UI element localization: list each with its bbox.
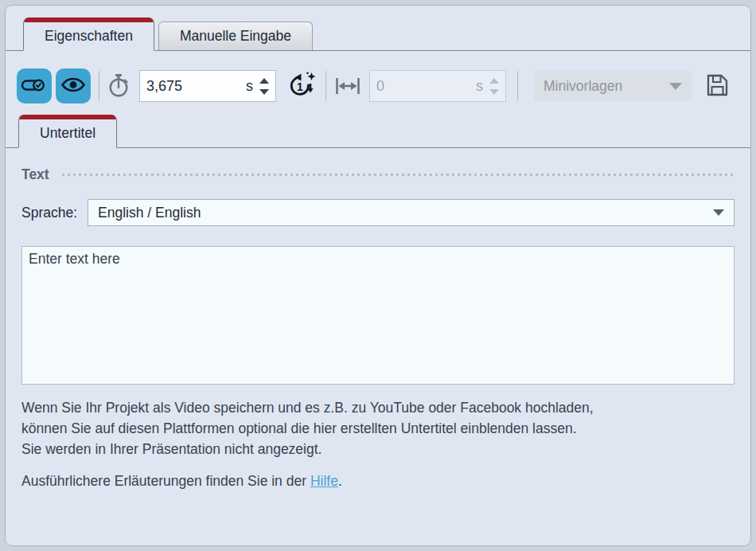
subtitle-content: Text Sprache: English / English Enter te… bbox=[6, 166, 750, 490]
subtitle-text-area[interactable]: Enter text here bbox=[21, 246, 735, 385]
help-line: Ausführlichere Erläuterungen finden Sie … bbox=[21, 473, 735, 490]
svg-text:1: 1 bbox=[297, 80, 303, 93]
duration-spin-down[interactable] bbox=[259, 89, 269, 95]
help-link[interactable]: Hilfe bbox=[310, 473, 338, 489]
info-paragraph: Wenn Sie Ihr Projekt als Video speichern… bbox=[21, 397, 735, 459]
pause-spin-up bbox=[489, 78, 499, 84]
help-prefix: Ausführlichere Erläuterungen finden Sie … bbox=[21, 473, 310, 489]
toolbar: s 1 bbox=[17, 68, 735, 104]
duration-field: s bbox=[139, 70, 276, 102]
toggle-check-icon bbox=[21, 76, 48, 97]
duration-input[interactable] bbox=[140, 78, 244, 95]
language-row: Sprache: English / English bbox=[21, 199, 735, 226]
tab-untertitel-label: Untertitel bbox=[19, 119, 116, 147]
help-suffix: . bbox=[338, 473, 342, 489]
width-arrows-icon bbox=[334, 76, 361, 96]
stopwatch-icon bbox=[107, 73, 130, 99]
info-line: Wenn Sie Ihr Projekt als Video speichern… bbox=[21, 397, 735, 418]
info-line: Sie werden in Ihrer Präsentation nicht a… bbox=[21, 439, 735, 459]
language-label: Sprache: bbox=[21, 205, 77, 221]
save-button[interactable] bbox=[704, 72, 730, 100]
duration-spinner bbox=[259, 78, 269, 95]
language-value: English / English bbox=[98, 205, 713, 221]
tab-manuelle-eingabe-label: Manuelle Eingabe bbox=[159, 22, 312, 50]
pause-spin-down bbox=[489, 89, 499, 95]
chevron-down-icon bbox=[713, 209, 724, 216]
visibility-button[interactable] bbox=[56, 68, 91, 104]
duration-spin-up[interactable] bbox=[259, 78, 269, 84]
minivorlagen-dropdown[interactable]: Minivorlagen bbox=[534, 71, 692, 101]
section-dotted-divider bbox=[62, 174, 735, 176]
properties-panel: Eigenschaften Manuelle Eingabe bbox=[5, 5, 751, 546]
pause-spinner bbox=[489, 78, 499, 95]
tab-manuelle-eingabe[interactable]: Manuelle Eingabe bbox=[158, 21, 313, 50]
main-tabbar: Eigenschaften Manuelle Eingabe bbox=[6, 18, 750, 51]
pause-field: s bbox=[369, 70, 506, 102]
tab-untertitel[interactable]: Untertitel bbox=[18, 115, 117, 148]
toolbar-separator bbox=[325, 71, 326, 101]
info-line: können Sie auf diesen Plattformen option… bbox=[21, 418, 735, 439]
eye-icon bbox=[60, 76, 86, 96]
toggle-active-button[interactable] bbox=[17, 68, 52, 104]
duration-unit: s bbox=[246, 78, 253, 95]
text-section-label: Text bbox=[21, 166, 49, 183]
tab-eigenschaften[interactable]: Eigenschaften bbox=[23, 18, 154, 51]
floppy-disk-icon bbox=[704, 72, 730, 100]
auto-duration-icon[interactable]: 1 bbox=[286, 70, 318, 102]
language-select[interactable]: English / English bbox=[88, 199, 735, 226]
minivorlagen-label: Minivorlagen bbox=[544, 78, 669, 95]
toolbar-separator bbox=[517, 71, 518, 101]
toolbar-separator bbox=[99, 71, 99, 101]
pause-input bbox=[370, 78, 474, 95]
pause-unit: s bbox=[476, 78, 483, 95]
chevron-down-icon bbox=[669, 83, 682, 90]
text-section-header: Text bbox=[21, 166, 735, 183]
tab-eigenschaften-label: Eigenschaften bbox=[24, 22, 154, 50]
sub-tabbar: Untertitel bbox=[6, 115, 750, 148]
